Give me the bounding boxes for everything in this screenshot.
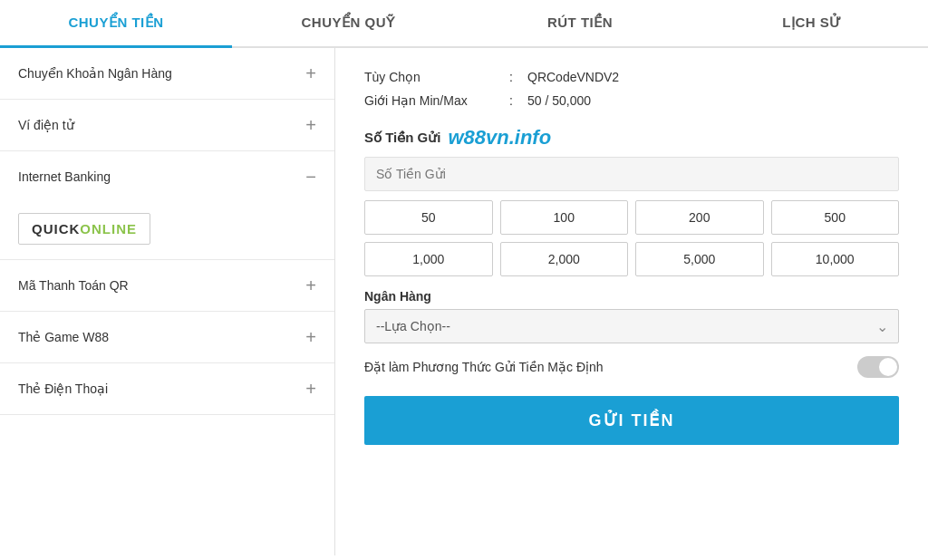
amount-btn-5000[interactable]: 5,000 <box>635 242 764 276</box>
sidebar-item-ma-thanh-toan-qr[interactable]: Mã Thanh Toán QR + <box>0 260 334 312</box>
default-payment-toggle[interactable] <box>857 356 899 378</box>
quickonline-quick-text: QUICK <box>32 221 80 237</box>
quickonline-container[interactable]: QUICKONLINE <box>0 202 334 260</box>
sidebar: Chuyển Khoản Ngân Hàng + Ví điện tử + In… <box>0 48 335 555</box>
tab-bar: CHUYỂN TIỀN CHUYỂN QUỸ RÚT TIỀN LỊCH SỬ <box>0 0 928 48</box>
amount-btn-2000[interactable]: 2,000 <box>500 242 629 276</box>
tuy-chon-colon: : <box>509 70 527 84</box>
tab-chuyen-tien[interactable]: CHUYỂN TIỀN <box>0 0 232 48</box>
sidebar-item-label: Thẻ Game W88 <box>18 330 109 344</box>
sidebar-item-label: Ví điện tử <box>18 118 74 132</box>
sidebar-item-label: Thẻ Điện Thoại <box>18 381 108 396</box>
quickonline-logo: QUICKONLINE <box>18 213 150 245</box>
main-layout: Chuyển Khoản Ngân Hàng + Ví điện tử + In… <box>0 48 928 555</box>
tab-rut-tien[interactable]: RÚT TIỀN <box>464 0 696 48</box>
tuy-chon-label: Tùy Chọn <box>364 70 509 84</box>
amount-btn-10000[interactable]: 10,000 <box>771 242 900 276</box>
tuy-chon-row: Tùy Chọn : QRCodeVNDV2 <box>364 70 899 84</box>
sidebar-item-label: Internet Banking <box>18 169 111 184</box>
sidebar-item-the-dien-thoai[interactable]: Thẻ Điện Thoại + <box>0 363 334 415</box>
tab-chuyen-quy[interactable]: CHUYỂN QUỸ <box>232 0 464 48</box>
expand-icon-vi-dien-tu: + <box>305 116 316 134</box>
amount-grid: 50 100 200 500 1,000 2,000 5,000 10,000 <box>364 200 899 276</box>
amount-btn-100[interactable]: 100 <box>500 200 629 235</box>
expand-icon-the-game: + <box>305 328 316 346</box>
ngan-hang-label: Ngân Hàng <box>364 289 899 304</box>
expand-icon-chuyen-khoan: + <box>305 64 316 82</box>
gioi-han-value: 50 / 50,000 <box>527 93 591 108</box>
bank-select-wrapper: --Lựa Chọn-- <box>364 309 899 343</box>
expand-icon-the-dien-thoai: + <box>305 380 316 398</box>
gioi-han-row: Giới Hạn Min/Max : 50 / 50,000 <box>364 93 899 108</box>
amount-btn-200[interactable]: 200 <box>635 200 764 235</box>
sidebar-item-vi-dien-tu[interactable]: Ví điện tử + <box>0 100 334 151</box>
tuy-chon-value: QRCodeVNDV2 <box>527 70 619 84</box>
amount-input[interactable] <box>364 157 899 191</box>
bank-select[interactable]: --Lựa Chọn-- <box>364 309 899 343</box>
expand-icon-ma-qr: + <box>305 276 316 294</box>
quickonline-online-text: ONLINE <box>80 221 137 237</box>
gioi-han-colon: : <box>509 93 527 108</box>
sidebar-item-internet-banking[interactable]: Internet Banking − <box>0 151 334 202</box>
toggle-row: Đặt làm Phương Thức Gửi Tiền Mặc Định <box>364 356 899 378</box>
sidebar-item-label: Mã Thanh Toán QR <box>18 278 129 293</box>
so-tien-gui-section: Số Tiền Gửi w88vn.info <box>364 126 899 150</box>
sidebar-item-label: Chuyển Khoản Ngân Hàng <box>18 66 172 81</box>
watermark-text: w88vn.info <box>448 126 551 150</box>
amount-btn-500[interactable]: 500 <box>771 200 900 235</box>
amount-btn-50[interactable]: 50 <box>364 200 493 235</box>
so-tien-gui-label: Số Tiền Gửi <box>364 130 440 146</box>
amount-btn-1000[interactable]: 1,000 <box>364 242 493 276</box>
collapse-icon-internet-banking: − <box>305 168 316 186</box>
sidebar-item-the-game-w88[interactable]: Thẻ Game W88 + <box>0 312 334 363</box>
submit-button[interactable]: GỬI TIỀN <box>364 396 899 445</box>
content-panel: Tùy Chọn : QRCodeVNDV2 Giới Hạn Min/Max … <box>335 48 928 555</box>
toggle-label: Đặt làm Phương Thức Gửi Tiền Mặc Định <box>364 360 604 374</box>
gioi-han-label: Giới Hạn Min/Max <box>364 93 509 108</box>
sidebar-item-chuyen-khoan[interactable]: Chuyển Khoản Ngân Hàng + <box>0 48 334 100</box>
tab-lich-su[interactable]: LỊCH SỬ <box>696 0 928 48</box>
